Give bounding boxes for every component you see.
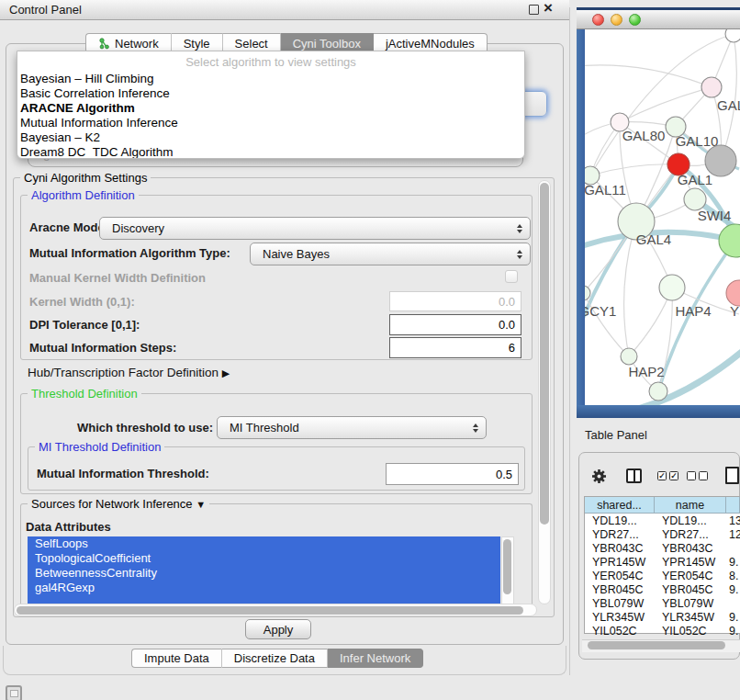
dropdown-item[interactable]: Mutual Information Inference bbox=[17, 116, 524, 130]
network-node[interactable] bbox=[726, 280, 740, 306]
attribute-item[interactable]: TopologicalCoefficient bbox=[28, 551, 500, 566]
table-row[interactable]: YBR043CYBR043C bbox=[585, 541, 740, 555]
network-node[interactable] bbox=[659, 275, 685, 300]
apply-button[interactable]: Apply bbox=[245, 619, 311, 639]
attribute-item[interactable]: BetweennessCentrality bbox=[28, 566, 500, 581]
network-edge[interactable] bbox=[624, 221, 636, 356]
network-window-frame-left bbox=[577, 29, 585, 405]
table-hscrollbar-thumb[interactable] bbox=[588, 641, 725, 649]
window-close-icon[interactable] bbox=[592, 14, 604, 26]
cyni-settings-group-title: Cyni Algorithm Settings bbox=[20, 171, 151, 185]
mi-type-combo[interactable]: Naive Bayes bbox=[250, 243, 531, 265]
table-row[interactable]: YBL079WYBL079W bbox=[585, 596, 740, 610]
which-threshold-value: MI Threshold bbox=[230, 421, 299, 435]
table-cell: YLR345W bbox=[585, 611, 655, 624]
kernel-width-field[interactable]: 0.0 bbox=[389, 291, 521, 311]
tab-impute-data[interactable]: Impute Data bbox=[131, 649, 222, 668]
table-row[interactable]: YBR045CYBR045C9. bbox=[585, 582, 740, 596]
column-header-name[interactable]: name bbox=[655, 497, 726, 514]
table-row[interactable]: YLR345WYLR345W9. bbox=[585, 610, 740, 624]
table-cell: YDL19... bbox=[655, 514, 726, 527]
aracne-mode-combo[interactable]: Discovery bbox=[99, 217, 531, 240]
dropdown-item[interactable]: Basic Correlation Inference bbox=[17, 86, 524, 101]
table-row[interactable]: YDL19...YDL19...13 bbox=[585, 514, 740, 527]
table-cell: YBL079W bbox=[655, 597, 726, 610]
tab-label: Select bbox=[235, 37, 268, 51]
aracne-mode-value: Discovery bbox=[112, 221, 164, 235]
manual-kernel-checkbox[interactable] bbox=[505, 270, 518, 283]
window-minimize-icon[interactable] bbox=[611, 14, 622, 26]
column-header-shared-name[interactable]: shared... bbox=[585, 497, 655, 514]
network-icon bbox=[98, 38, 110, 50]
hub-definition-expander[interactable]: Hub/Transcription Factor Definition ▶ bbox=[28, 366, 230, 379]
attribute-item[interactable]: gal4RGexp bbox=[28, 581, 500, 595]
attribute-item[interactable]: SelfLoops bbox=[28, 536, 500, 551]
float-panel-icon[interactable] bbox=[529, 5, 539, 15]
gear-icon[interactable] bbox=[591, 469, 607, 488]
table-row[interactable]: YDR27...YDR27...12 bbox=[585, 527, 740, 541]
table-cell: YIL052C bbox=[655, 625, 726, 638]
dropdown-item[interactable]: Bayesian – K2 bbox=[17, 130, 524, 145]
table-cell: 9. bbox=[726, 556, 740, 569]
network-node[interactable] bbox=[725, 29, 740, 42]
node-label: HAP2 bbox=[628, 364, 664, 379]
table-cell: YPR145W bbox=[655, 556, 726, 569]
tab-label: Network bbox=[115, 37, 159, 51]
node-label: GAL80 bbox=[622, 128, 666, 143]
network-node[interactable] bbox=[649, 382, 667, 401]
dropdown-item-selected[interactable]: ARACNE Algorithm bbox=[17, 101, 524, 116]
node-label: GAL4 bbox=[636, 231, 671, 247]
algorithm-definition-title: Algorithm Definition bbox=[28, 188, 139, 202]
table-cell: YBR043C bbox=[585, 542, 655, 555]
mi-steps-field[interactable]: 6 bbox=[389, 337, 521, 358]
network-node[interactable] bbox=[585, 286, 590, 300]
network-node[interactable] bbox=[705, 145, 736, 176]
select-all-checkboxes-icon[interactable]: ✓ ✓ bbox=[657, 471, 678, 480]
control-panel-titlebar[interactable]: Control Panel × bbox=[0, 0, 569, 20]
network-node[interactable] bbox=[621, 348, 637, 365]
apply-button-label: Apply bbox=[263, 623, 294, 637]
network-edge[interactable] bbox=[620, 87, 712, 122]
data-attributes-label: Data Attributes bbox=[26, 520, 111, 534]
table-cell: 13 bbox=[726, 514, 740, 527]
control-panel-title: Control Panel bbox=[9, 3, 82, 17]
checked-box-icon: ✓ bbox=[657, 471, 667, 480]
sources-group-title[interactable]: Sources for Network Inference ▼ bbox=[28, 497, 209, 511]
dpi-tolerance-field[interactable]: 0.0 bbox=[389, 314, 521, 335]
checked-box-icon: ✓ bbox=[669, 471, 678, 480]
table-row[interactable]: YIL052CYIL052C9. bbox=[585, 624, 740, 638]
window-zoom-icon[interactable] bbox=[629, 14, 641, 26]
network-node[interactable] bbox=[719, 224, 740, 257]
close-panel-icon[interactable]: × bbox=[544, 0, 553, 17]
columns-icon[interactable] bbox=[626, 469, 642, 483]
tab-infer-network[interactable]: Infer Network bbox=[328, 649, 423, 668]
table-row[interactable]: YPR145WYPR145W9. bbox=[585, 555, 740, 569]
tab-label: Discretize Data bbox=[234, 651, 315, 665]
table-cell: 12 bbox=[726, 528, 740, 541]
settings-vscrollbar-thumb[interactable] bbox=[540, 183, 549, 525]
dropdown-item[interactable]: Dream8 DC_TDC Algorithm bbox=[17, 145, 524, 159]
network-view-canvas[interactable]: GALGAL80GAL10GAL1GAL11SWI4GAL4GCY1HAP4YH… bbox=[585, 29, 740, 405]
which-threshold-combo[interactable]: MI Threshold bbox=[217, 416, 487, 439]
dropdown-item[interactable]: Bayesian – Hill Climbing bbox=[17, 72, 524, 86]
network-node[interactable] bbox=[701, 77, 722, 97]
aracne-mode-label: Aracne Mode: bbox=[29, 220, 108, 234]
node-table: shared... name YDL19...YDL19...13YDR27..… bbox=[584, 496, 740, 634]
network-edge[interactable] bbox=[590, 164, 678, 175]
deselect-all-checkboxes-icon[interactable] bbox=[687, 471, 708, 480]
settings-hscrollbar-thumb[interactable] bbox=[17, 606, 523, 615]
table-cell: YER054C bbox=[655, 570, 726, 582]
network-edge[interactable] bbox=[585, 65, 712, 87]
page-icon[interactable] bbox=[725, 467, 739, 484]
tab-discretize-data[interactable]: Discretize Data bbox=[222, 649, 328, 668]
column-header-partial[interactable] bbox=[726, 497, 740, 514]
hub-definition-label: Hub/Transcription Factor Definition bbox=[28, 366, 219, 379]
table-header-row: shared... name bbox=[585, 497, 740, 514]
table-cell: YPR145W bbox=[585, 556, 655, 569]
attribute-list-scrollbar-thumb[interactable] bbox=[503, 539, 511, 594]
mi-threshold-field[interactable]: 0.5 bbox=[386, 463, 519, 485]
dpi-tolerance-label: DPI Tolerance [0,1]: bbox=[29, 318, 140, 332]
table-row[interactable]: YER054CYER054C8. bbox=[585, 569, 740, 582]
dpi-tolerance-value: 0.0 bbox=[499, 318, 515, 332]
grid-icon[interactable] bbox=[6, 685, 22, 700]
